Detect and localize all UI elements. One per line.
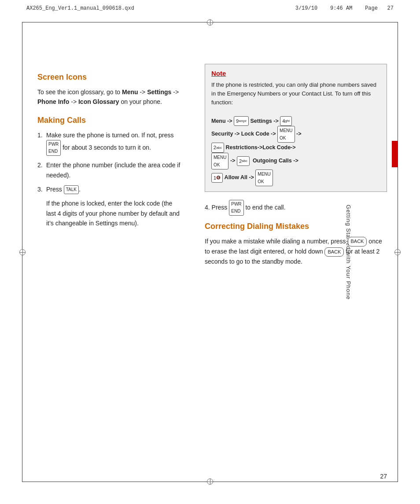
note-menu-line-5: 1 🔇 Allow All -> MENUOK	[211, 169, 380, 186]
key-menuok-2: MENUOK	[211, 153, 228, 169]
key-2abc-2: 2 abc	[237, 156, 250, 166]
note-menu-line-1: Menu -> 9wxyz Settings -> 4 ghi	[211, 116, 380, 126]
back-btn-2: BACK	[324, 247, 344, 257]
reg-mark-bottom	[207, 478, 213, 485]
note-title: Note	[211, 70, 380, 77]
talk-btn: TALK	[64, 185, 79, 194]
step-3: 3. Press TALK.	[37, 184, 183, 194]
making-calls-heading: Making Calls	[37, 116, 183, 125]
step-2: 2. Enter the phone number (include the a…	[37, 160, 183, 180]
key-menuok-1: MENUOK	[277, 126, 295, 143]
note-menu-line-3: 2 abc Restrictions->Lock Code->	[211, 143, 380, 153]
red-accent-bar	[392, 141, 398, 167]
left-column: Screen Icons To see the icon glossary, g…	[29, 29, 196, 475]
step-3-subpara: If the phone is locked, enter the lock c…	[46, 199, 183, 228]
step-2-num: 2.	[37, 160, 43, 170]
note-box: Note If the phone is restricted, you can…	[205, 64, 387, 192]
correcting-heading: Correcting Dialing Mistakes	[205, 222, 387, 231]
reg-mark-right	[394, 249, 401, 255]
key-2abc-1: 2 abc	[211, 143, 224, 153]
back-btn-1: BACK	[348, 237, 367, 246]
step-3-num: 3.	[37, 184, 43, 194]
key-9wxyz: 9wxyz	[234, 116, 249, 126]
content-area: Screen Icons To see the icon glossary, g…	[29, 29, 391, 475]
top-bar: AX265_Eng_Ver1.1_manual_090618.qxd 3/19/…	[26, 5, 394, 11]
screen-icons-body: To see the icon glossary, go to Menu -> …	[37, 87, 183, 107]
step-1-num: 1.	[37, 130, 43, 140]
key-menuok-3: MENUOK	[255, 169, 273, 186]
print-info: 3/19/10 9:46 AM Page 27	[295, 5, 394, 11]
pwr-end-btn-4: PWREND	[229, 200, 243, 216]
page-number: 27	[380, 473, 387, 480]
note-menu-line-2: Security -> Lock Code -> MENUOK ->	[211, 126, 380, 143]
steps-list: 1. Make sure the phone is turned on. If …	[37, 130, 183, 195]
note-body: If the phone is restricted, you can only…	[211, 81, 380, 186]
step-4: 4. Press PWREND to end the call.	[205, 200, 387, 216]
reg-mark-top	[207, 19, 213, 26]
correcting-body: If you make a mistake while dialing a nu…	[205, 236, 387, 267]
reg-mark-left	[19, 249, 26, 255]
key-4ghi: 4 ghi	[280, 116, 292, 126]
pwr-end-btn-1: PWREND	[46, 140, 61, 156]
step-1: 1. Make sure the phone is turned on. If …	[37, 130, 183, 156]
right-column: Note If the phone is restricted, you can…	[196, 29, 391, 475]
filename: AX265_Eng_Ver1.1_manual_090618.qxd	[26, 5, 134, 11]
note-menu-line-4: MENUOK -> 2 abc Outgoing Calls ->	[211, 153, 380, 169]
key-1mute: 1 🔇	[211, 173, 223, 183]
screen-icons-heading: Screen Icons	[37, 73, 183, 82]
